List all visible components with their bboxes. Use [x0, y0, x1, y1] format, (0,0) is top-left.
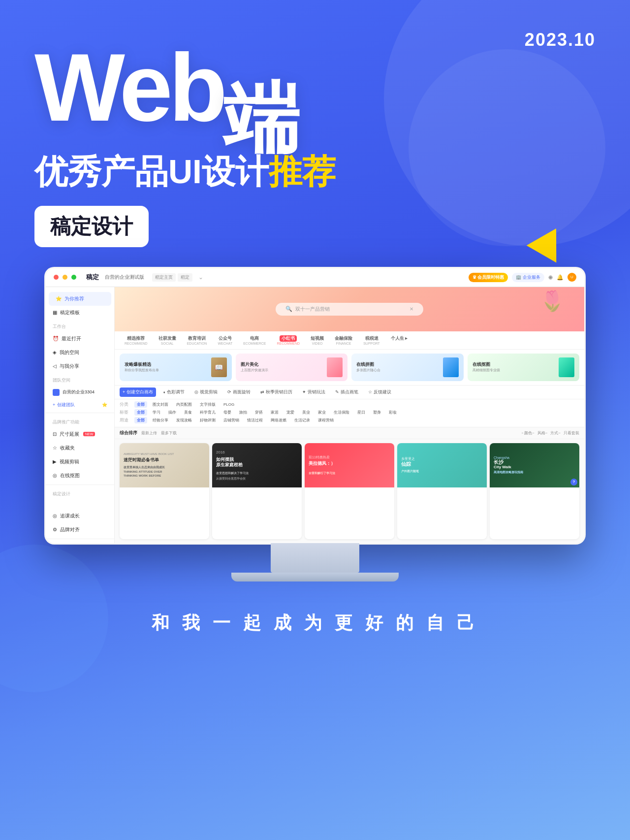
tab-personal[interactable]: 个人生 ▸: [386, 331, 413, 349]
brush-button[interactable]: ✎ 插点画笔: [332, 388, 361, 397]
set-filter[interactable]: 只看套装: [564, 430, 579, 436]
filter-tag-insurance[interactable]: 生活保险: [331, 409, 352, 416]
titlebar-logo: 稿定: [86, 273, 99, 282]
grid-card-2[interactable]: 2016 如何摆脱原生家庭桎梏 改变思想和解决了学习法 从接受到全意思学会技: [212, 443, 302, 539]
tab-xiaohongshu[interactable]: 小红书 RECOMMEND: [272, 331, 305, 349]
tab-tax[interactable]: 税税迷 SUPPORT: [358, 331, 385, 349]
tab-video[interactable]: 短视频 VIDEO: [306, 331, 329, 349]
tab-education[interactable]: 教育培训 EDUCATION: [182, 331, 212, 349]
user-avatar: U: [567, 273, 576, 282]
grid-card-4[interactable]: 乡里里之 仙踪 户外图片随笔: [397, 443, 487, 539]
filter-tag-life[interactable]: 情活过程: [245, 417, 265, 423]
feat-card-4-title: 在线抠图: [472, 361, 500, 368]
sidebar-item-recommend[interactable]: ⭐ 为你推荐: [49, 292, 111, 306]
card-2-title: 如何摆脱原生家庭桎梏: [216, 457, 243, 468]
style-filter[interactable]: 风格~: [537, 430, 548, 436]
filter-tag-review[interactable]: 好物评测: [197, 417, 218, 423]
filter-tag-inner[interactable]: 内页配图: [174, 401, 194, 408]
card-1-subtitle: AMBIGUITY MUST HAVE BOOK LIST: [124, 452, 174, 455]
sort-newest[interactable]: 最新上传: [141, 430, 157, 436]
feat-card-3[interactable]: 在线拼图 多张图片随心合: [351, 354, 464, 381]
add-team-button[interactable]: + 创建团队 ⭐: [46, 399, 114, 411]
filter-tag-parenting[interactable]: 科学育儿: [197, 409, 218, 416]
filter-tag-course[interactable]: 课程营销: [315, 417, 336, 423]
sidebar-item-video[interactable]: ▶ 视频剪辑: [46, 455, 114, 469]
cutout-icon: ◎: [53, 473, 57, 478]
mode-filter[interactable]: 方式~: [550, 430, 561, 436]
rotate-button[interactable]: ⟳ 画面旋转: [224, 388, 253, 397]
filter-tag-star[interactable]: 星日: [355, 409, 368, 416]
tab-social[interactable]: 社获发量 SOCIAL: [154, 331, 181, 349]
banner-search[interactable]: 🔍 双十一产品营销 ✕: [276, 303, 423, 316]
color-adjust-button[interactable]: ⬧ 色彩调节: [160, 388, 188, 397]
star-icon: ⭐: [56, 296, 62, 301]
feat-card-4[interactable]: 在线抠图 高精细抠图专业级: [468, 354, 580, 381]
tab-ecommerce[interactable]: 电商 ECOMMERCE: [238, 331, 271, 349]
feat-card-2[interactable]: 图片美化 上百图片快速演示: [236, 354, 348, 381]
filter-tag-plog[interactable]: PLOG: [221, 402, 237, 407]
filter-tag-fitness[interactable]: 塑身: [371, 409, 383, 416]
sidebar-section-tools: 品牌推广功能: [46, 415, 114, 427]
sidebar-item-shared[interactable]: ◁ 与我分享: [46, 359, 114, 373]
sidebar-item-brand-align[interactable]: ⚙ 品牌对齐: [46, 523, 114, 537]
filter-tag-all-3[interactable]: 全部: [134, 417, 147, 423]
filter-tag-all-2[interactable]: 全部: [134, 409, 147, 416]
tab-wechat[interactable]: 公众号 WECHAT: [213, 331, 237, 349]
filter-tag-all-1[interactable]: 全部: [134, 401, 147, 408]
filter-tag-makeup[interactable]: 彩妆: [386, 409, 399, 416]
grid-card-3[interactable]: 双11特惠热卖 美拉德风：） 自营和解行了学习法: [305, 443, 394, 539]
tab-recommend[interactable]: 精选推荐 RECOMMEND: [120, 331, 153, 349]
filter-tag-home[interactable]: 家居: [268, 409, 281, 416]
filter-tag-fashion[interactable]: 穿搭: [252, 409, 265, 416]
filter-label-category: 分类: [120, 401, 131, 408]
grid-card-1[interactable]: AMBIGUITY MUST HAVE BOOK LIST 迷茫时期必备书单 改…: [120, 443, 209, 539]
filter-tag-online[interactable]: 网络迷燃: [268, 417, 289, 423]
sort-most[interactable]: 最多下载: [161, 430, 177, 436]
sidebar-label-growth: 追课成长: [60, 513, 80, 519]
calendar-button[interactable]: ⇄ 秋季营销日历: [257, 388, 295, 397]
sidebar-item-cutout[interactable]: ◎ 在线抠图: [46, 469, 114, 483]
card-2-subdesc: 从接受到全意思学会技: [216, 477, 246, 481]
grid-card-5[interactable]: Changsha 长沙 City Walk 高清地图攻略游玩指南 ?: [490, 443, 579, 539]
filter-tag-baby[interactable]: 母婴: [221, 409, 234, 416]
plus-icon: +: [123, 389, 125, 394]
subtitle-text: 优秀产品UI设计: [34, 153, 269, 190]
filter-tag-experience[interactable]: 经验分享: [150, 417, 171, 423]
sidebar-item-templates[interactable]: ▦ 稿定模板: [46, 306, 114, 320]
visual-edit-button[interactable]: ◎ 视觉剪辑: [191, 388, 220, 397]
sidebar-item-team[interactable]: 自营的企业3304: [46, 386, 114, 399]
feedback-button[interactable]: ☆ 反馈建议: [365, 388, 394, 397]
filter-tag-shop[interactable]: 店铺营销: [221, 417, 242, 423]
sidebar-label-brand: 品牌对齐: [60, 526, 80, 533]
cursor-arrow-icon: [527, 220, 571, 263]
filter-tag-act[interactable]: 搞作: [166, 409, 179, 416]
filter-tag-text[interactable]: 文字排版: [197, 401, 218, 408]
sidebar-item-favorites[interactable]: ☆ 收藏夹: [46, 441, 114, 455]
sidebar-item-growth[interactable]: ◎ 追课成长: [46, 509, 114, 523]
template-icon: ▦: [53, 310, 57, 315]
enterprise-button[interactable]: 🏢 企业服务: [512, 273, 544, 282]
create-canvas-button[interactable]: + 创建空白画布: [120, 388, 156, 397]
sidebar-item-resize[interactable]: ⊡ 尺寸延展 NEW: [46, 427, 114, 441]
date-badge: 2023.10: [525, 30, 596, 50]
filter-tag-discovery[interactable]: 发现攻略: [174, 417, 194, 423]
sidebar-label-recent: 最近打开: [62, 335, 81, 342]
filter-tag-travel[interactable]: 旅拍: [237, 409, 250, 416]
marketing-button[interactable]: ✦ 营销玩法: [299, 388, 328, 397]
filter-tag-business[interactable]: 家业: [315, 409, 328, 416]
filter-tag-study[interactable]: 学习: [150, 409, 163, 416]
sidebar-item-myspace[interactable]: ◈ 我的空间: [46, 346, 114, 359]
sort-bar: 综合排序 最新上传 最多下载 ▫ 颜色~ 风格~ 方式~ 只看套装: [115, 427, 584, 439]
feat-card-2-desc: 上百图片快速演示: [241, 368, 268, 373]
filter-tag-record[interactable]: 生活记录: [292, 417, 313, 423]
feat-card-1[interactable]: 攻略爆板精选 和你分享我想发布出单 📖: [120, 354, 232, 381]
titlebar-nav: 稻定主页 稻定: [152, 273, 192, 282]
filter-tag-pet[interactable]: 宠爱: [284, 409, 297, 416]
filter-tag-food[interactable]: 美食: [182, 409, 194, 416]
filter-tag-beauty[interactable]: 美业: [300, 409, 313, 416]
sidebar-item-recent[interactable]: ⏰ 最近打开: [46, 332, 114, 346]
vip-button[interactable]: ♛ 会员限时特惠: [469, 273, 508, 282]
filter-tag-cover[interactable]: 图文封面: [150, 401, 171, 408]
color-filter[interactable]: ▫ 颜色~: [522, 430, 535, 436]
tab-finance[interactable]: 金融保险 FINANCE: [330, 331, 357, 349]
